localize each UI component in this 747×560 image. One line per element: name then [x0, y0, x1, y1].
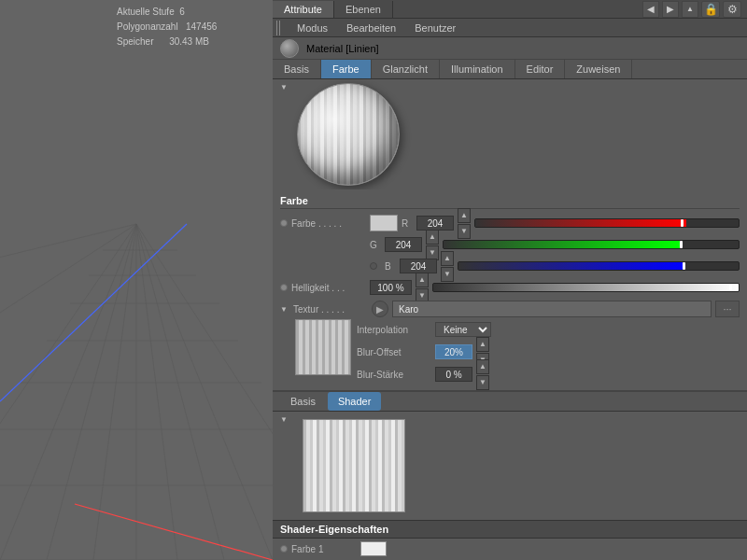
top-tab-bar: Attribute Ebenen ◀ ▶ ▲ 🔒 ⚙ [273, 0, 747, 19]
stufe-label: Aktuelle Stufe [117, 7, 175, 17]
g-row: G ▲ ▼ [280, 234, 740, 255]
speicher-label: Speicher [117, 36, 153, 47]
tab-attribute[interactable]: Attribute [273, 1, 334, 18]
viewport-info: Aktuelle Stufe 6 Polygonanzahl 147456 Sp… [117, 5, 217, 49]
bottom-tab-basis[interactable]: Basis [280, 392, 326, 411]
blur-offset-label: Blur-Offset [357, 347, 431, 357]
nav-left-icon[interactable]: ◀ [642, 1, 659, 18]
textur-menu-btn[interactable]: ··· [715, 301, 740, 317]
speicher-value: 30.43 MB [169, 36, 209, 47]
farbe-title: Farbe [280, 193, 740, 209]
textur-row: ▼ Textur . . . . . ▶ Karo ··· [280, 299, 740, 319]
preview-area: ▼ [273, 79, 747, 189]
nav-up-icon[interactable]: ▲ [682, 1, 698, 18]
textur-collapse[interactable]: ▼ [280, 305, 289, 314]
gear-icon[interactable]: ⚙ [723, 1, 741, 18]
polygons-label: Polygonanzahl [117, 21, 178, 32]
color-swatch[interactable] [370, 215, 398, 231]
blur-staerke-up[interactable]: ▲ [476, 359, 489, 374]
benutzer-button[interactable]: Benutzer [407, 21, 463, 35]
preview-collapse[interactable]: ▼ [280, 83, 289, 91]
blur-offset-row: Blur-Offset ▲ ▼ [357, 342, 740, 362]
g-slider[interactable] [443, 240, 740, 249]
helligkeit-dot[interactable] [280, 284, 288, 291]
textur-label: Textur . . . . . [293, 304, 368, 315]
b-slider[interactable] [458, 261, 740, 271]
toolbar-grip [276, 21, 282, 35]
b-spin-up[interactable]: ▲ [441, 251, 454, 266]
material-name: Material [Linien] [306, 43, 379, 54]
blur-staerke-label: Blur-Stärke [357, 370, 431, 380]
shader-area: ▼ [273, 412, 747, 520]
tab-glanzlicht[interactable]: Glanzlicht [372, 60, 440, 78]
blur-offset-up[interactable]: ▲ [476, 337, 489, 352]
b-spin-down[interactable]: ▼ [441, 267, 454, 282]
helligkeit-label: Helligkeit . . . [291, 283, 366, 293]
textur-add-btn[interactable]: ▶ [372, 301, 388, 317]
material-header: Material [Linien] [273, 37, 747, 60]
h-spin-up[interactable]: ▲ [416, 273, 429, 287]
tab-illumination[interactable]: Illumination [440, 60, 515, 78]
textur-value: Karo [392, 301, 712, 317]
b-expand[interactable] [370, 262, 377, 270]
helligkeit-slider[interactable] [432, 283, 740, 292]
viewport-grid [0, 0, 273, 560]
shader-preview [303, 419, 405, 512]
textur-props: Interpolation Keine Blur-Offset ▲ ▼ [295, 319, 740, 386]
material-preview-sphere [297, 83, 400, 186]
r-slider[interactable] [474, 218, 740, 228]
stufe-value: 6 [179, 7, 185, 17]
farbe-section: Farbe Farbe . . . . . R ▲ ▼ G ▲ ▼ [273, 189, 747, 390]
bottom-tab-shader[interactable]: Shader [328, 392, 381, 411]
b-label: B [385, 261, 396, 272]
shader-properties-title: Shader-Eigenschaften [273, 520, 747, 539]
bottom-tab-bar: Basis Shader [273, 390, 747, 412]
tab-editor[interactable]: Editor [515, 60, 566, 78]
toolbar: Modus Bearbeiten Benutzer [273, 19, 747, 37]
blur-staerke-row: Blur-Stärke ▲ ▼ [357, 364, 740, 385]
material-icon [280, 39, 299, 58]
blur-staerke-down[interactable]: ▼ [476, 375, 489, 390]
tab-zuweisen[interactable]: Zuweisen [565, 60, 632, 78]
tab-farbe[interactable]: Farbe [321, 60, 372, 78]
blur-staerke-input[interactable] [435, 367, 472, 382]
sub-tab-bar: Basis Farbe Glanzlicht Illumination Edit… [273, 60, 747, 79]
farbe1-dot[interactable] [280, 545, 288, 553]
r-spin-down[interactable]: ▼ [458, 224, 471, 239]
r-label: R [402, 218, 413, 229]
shader-collapse[interactable]: ▼ [280, 415, 289, 424]
r-spin-up[interactable]: ▲ [458, 208, 471, 223]
interpolation-row: Interpolation Keine [357, 319, 740, 340]
textur-preview [295, 319, 351, 375]
lock-icon[interactable]: 🔒 [701, 1, 720, 18]
right-panel: Attribute Ebenen ◀ ▶ ▲ 🔒 ⚙ Modus Bearbei… [273, 0, 747, 560]
g-spin-up[interactable]: ▲ [426, 230, 439, 245]
helligkeit-input[interactable] [370, 280, 412, 295]
tab-basis[interactable]: Basis [273, 60, 321, 78]
textur-settings: Interpolation Keine Blur-Offset ▲ ▼ [357, 319, 740, 386]
farbe1-row: Farbe 1 [273, 539, 747, 559]
farbe1-label: Farbe 1 [291, 544, 357, 554]
farbe-row: Farbe . . . . . R ▲ ▼ [280, 213, 740, 233]
farbe-dot[interactable] [280, 219, 288, 227]
modus-button[interactable]: Modus [289, 21, 335, 35]
blur-offset-input[interactable] [435, 344, 472, 359]
g-input[interactable] [385, 237, 422, 252]
nav-right-icon[interactable]: ▶ [662, 1, 679, 18]
b-row: B ▲ ▼ [280, 256, 740, 276]
viewport: Aktuelle Stufe 6 Polygonanzahl 147456 Sp… [0, 0, 273, 560]
interpolation-select[interactable]: Keine [435, 322, 491, 337]
g-label: G [370, 240, 381, 250]
polygons-value: 147456 [186, 21, 217, 32]
farbe-label: Farbe . . . . . [291, 218, 366, 229]
tab-ebenen[interactable]: Ebenen [334, 1, 393, 18]
helligkeit-row: Helligkeit . . . ▲ ▼ [280, 277, 740, 298]
farbe1-swatch[interactable] [360, 541, 387, 556]
bearbeiten-button[interactable]: Bearbeiten [339, 21, 403, 35]
interpolation-label: Interpolation [357, 325, 431, 335]
